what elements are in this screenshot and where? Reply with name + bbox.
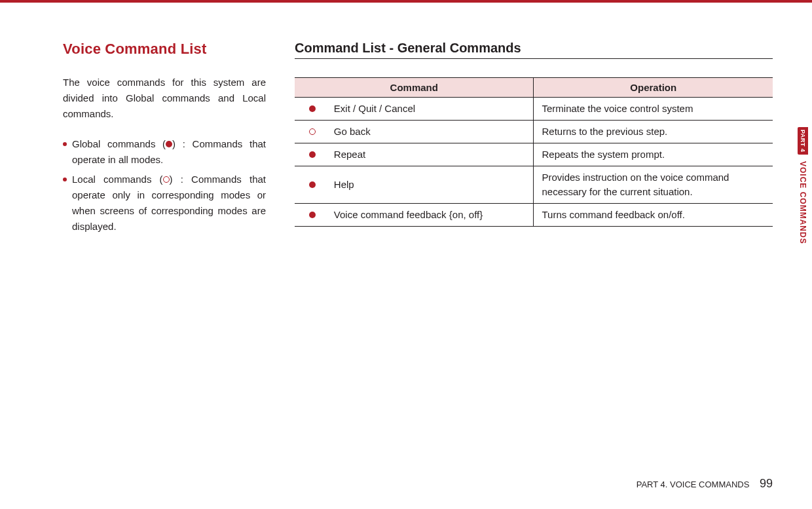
command-type-definitions: Global commands () : Commands that opera… — [63, 136, 266, 235]
command-cell: Go back — [326, 121, 534, 143]
row-marker-cell — [295, 98, 326, 121]
page-content: Voice Command List The voice commands fo… — [0, 3, 812, 509]
table-row: Go backReturns to the previous step. — [295, 121, 773, 143]
row-marker-cell — [295, 121, 326, 143]
operation-cell: Turns command feedback on/off. — [534, 204, 773, 227]
right-column: Command List - General Commands Command … — [295, 41, 773, 227]
command-cell: Exit / Quit / Cancel — [326, 98, 534, 121]
filled-circle-icon — [309, 212, 316, 218]
page-number: 99 — [760, 477, 773, 490]
local-def-pre: Local commands ( — [72, 174, 163, 185]
row-marker-cell — [295, 204, 326, 227]
global-commands-def: Global commands () : Commands that opera… — [63, 136, 266, 168]
part-chip: PART 4 — [798, 127, 808, 155]
operation-cell: Repeats the system prompt. — [534, 143, 773, 166]
filled-circle-icon — [309, 151, 316, 158]
side-tab: PART 4 VOICE COMMANDS — [794, 127, 812, 247]
table-header-row: Command Operation — [295, 78, 773, 98]
header-operation: Operation — [534, 78, 773, 98]
table-row: RepeatRepeats the system prompt. — [295, 143, 773, 166]
command-cell: Voice command feedback {on, off} — [326, 204, 534, 227]
table-row: Exit / Quit / CancelTerminate the voice … — [295, 98, 773, 121]
global-def-pre: Global commands ( — [72, 138, 166, 149]
filled-circle-icon — [166, 141, 172, 147]
outline-circle-icon — [163, 176, 170, 183]
local-commands-def: Local commands () : Commands that operat… — [63, 172, 266, 235]
operation-cell: Provides instruction on the voice comman… — [534, 166, 773, 204]
header-command: Command — [295, 78, 534, 98]
side-section-label: VOICE COMMANDS — [798, 161, 807, 244]
two-column-layout: Voice Command List The voice commands fo… — [63, 41, 773, 238]
intro-paragraph: The voice commands for this system are d… — [63, 75, 266, 122]
page-footer: PART 4. VOICE COMMANDS 99 — [637, 477, 773, 491]
general-commands-table: Command Operation Exit / Quit / CancelTe… — [295, 77, 773, 227]
footer-section: PART 4. VOICE COMMANDS — [637, 480, 750, 489]
command-cell: Help — [326, 166, 534, 204]
left-column: Voice Command List The voice commands fo… — [63, 41, 266, 238]
row-marker-cell — [295, 143, 326, 166]
table-row: Voice command feedback {on, off}Turns co… — [295, 204, 773, 227]
command-cell: Repeat — [326, 143, 534, 166]
row-marker-cell — [295, 166, 326, 204]
operation-cell: Returns to the previous step. — [534, 121, 773, 143]
section-heading-left: Voice Command List — [63, 41, 266, 58]
section-heading-right: Command List - General Commands — [295, 41, 773, 59]
outline-circle-icon — [309, 128, 316, 135]
filled-circle-icon — [309, 181, 316, 188]
operation-cell: Terminate the voice control system — [534, 98, 773, 121]
filled-circle-icon — [309, 105, 316, 112]
table-row: HelpProvides instruction on the voice co… — [295, 166, 773, 204]
